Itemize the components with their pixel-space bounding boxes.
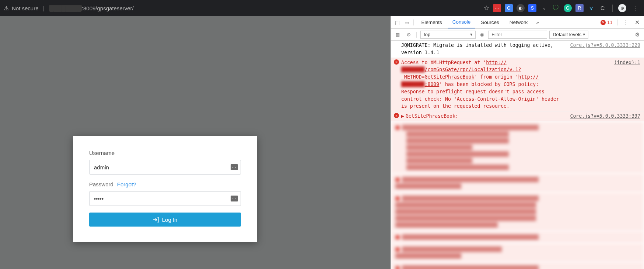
forgot-link[interactable]: Forgot?: [117, 181, 136, 187]
login-arrow-icon: ➜]: [153, 216, 159, 223]
device-toggle-icon[interactable]: ▭: [403, 20, 411, 25]
login-button[interactable]: ➜] Log In: [89, 213, 241, 227]
warning-icon: ⚠: [4, 5, 9, 12]
ext-icon-chevrons[interactable]: ⋎: [587, 4, 595, 12]
tab-console[interactable]: Console: [448, 16, 475, 28]
ext-icon-circle[interactable]: ◐: [517, 4, 525, 12]
tab-network[interactable]: Network: [505, 16, 532, 28]
tab-elements[interactable]: Elements: [417, 16, 446, 28]
url-display[interactable]: ████████:8009/gpsgateserver/: [49, 5, 134, 11]
devtools-menu-icon[interactable]: ⋮: [621, 19, 631, 26]
extension-icons: ☆ ⋯ G ◐ S ⌄ 🛡 G R ⋎ C: │ ⊕ ⋮: [483, 4, 640, 12]
keyboard-icon[interactable]: [231, 196, 238, 201]
console-error-row: ✕ Access to XMLHttpRequest at 'http://██…: [391, 58, 644, 112]
ext-icon-pocket[interactable]: ⌄: [540, 4, 548, 12]
console-error-row: ✕ ▶GetSitePhraseBook: Core.js?v=5.0.0.33…: [391, 111, 644, 121]
login-card: Username Password Forgot? ➜] Log In: [73, 136, 257, 242]
expand-triangle-icon[interactable]: ▶: [401, 113, 404, 119]
log-source-link[interactable]: Core.js?v=5.0.0.3333:397: [566, 113, 640, 120]
console-log-row: JQMIGRATE: Migrate is installed with log…: [391, 41, 644, 58]
ext-icon-translate[interactable]: G: [505, 4, 513, 12]
ext-icon-grammarly[interactable]: G: [564, 4, 572, 12]
context-select[interactable]: top ▼: [420, 31, 476, 39]
devtools-close-icon[interactable]: ✕: [633, 19, 642, 26]
chevron-down-icon: ▼: [582, 32, 586, 37]
log-source-link[interactable]: (index):1: [610, 59, 640, 110]
devtools-panel: ⬚ ▭ │ Elements Console Sources Network »…: [391, 16, 644, 269]
live-expression-icon[interactable]: ◉: [478, 32, 486, 37]
console-toolbar: ▥ ⊘ │ top ▼ ◉ Default levels ▼ ⚙: [391, 29, 644, 41]
browser-address-bar: ⚠ Not secure | ████████:8009/gpsgateserv…: [0, 0, 644, 16]
devtools-tabs: ⬚ ▭ │ Elements Console Sources Network »…: [391, 16, 644, 29]
redacted-error-block: [391, 121, 644, 269]
page-viewport: Username Password Forgot? ➜] Log In: [0, 16, 391, 269]
keyboard-icon[interactable]: [231, 164, 238, 170]
username-input[interactable]: [89, 160, 241, 175]
address-separator: |: [42, 5, 46, 11]
chevron-down-icon: ▼: [469, 32, 473, 37]
inspect-element-icon[interactable]: ⬚: [393, 20, 401, 25]
error-message: ▶GetSitePhraseBook:: [401, 113, 458, 120]
console-output[interactable]: JQMIGRATE: Migrate is installed with log…: [391, 41, 644, 269]
log-levels-select[interactable]: Default levels ▼: [549, 31, 588, 39]
ext-icon-c[interactable]: C:: [599, 4, 607, 12]
error-count-badge[interactable]: ✕ 11: [601, 20, 612, 25]
more-tabs-icon[interactable]: »: [533, 20, 542, 25]
console-sidebar-toggle-icon[interactable]: ▥: [393, 32, 402, 37]
browser-menu-icon[interactable]: ⋮: [630, 5, 640, 12]
log-source-link[interactable]: Core.js?v=5.0.0.3333:229: [566, 42, 640, 56]
console-filter-input[interactable]: [488, 31, 547, 39]
clear-console-icon[interactable]: ⊘: [404, 32, 413, 37]
error-icon: ✕: [394, 113, 399, 118]
username-label: Username: [89, 150, 241, 156]
error-dot-icon: ✕: [601, 20, 606, 25]
not-secure-label: Not secure: [12, 5, 39, 11]
ext-icon-red[interactable]: ⋯: [493, 4, 501, 12]
error-icon: ✕: [394, 59, 399, 65]
ext-icon-s[interactable]: S: [528, 4, 536, 12]
ext-icon-hex[interactable]: R: [575, 4, 584, 12]
console-settings-icon[interactable]: ⚙: [633, 31, 642, 38]
tab-sources[interactable]: Sources: [476, 16, 504, 28]
password-input[interactable]: [89, 191, 241, 206]
ext-icon-shield[interactable]: 🛡: [552, 4, 560, 12]
bookmark-star-icon[interactable]: ☆: [483, 4, 489, 12]
profile-avatar-icon[interactable]: ⊕: [618, 4, 626, 12]
error-message: Access to XMLHttpRequest at 'http://████…: [401, 59, 560, 110]
password-label: Password: [89, 181, 113, 187]
